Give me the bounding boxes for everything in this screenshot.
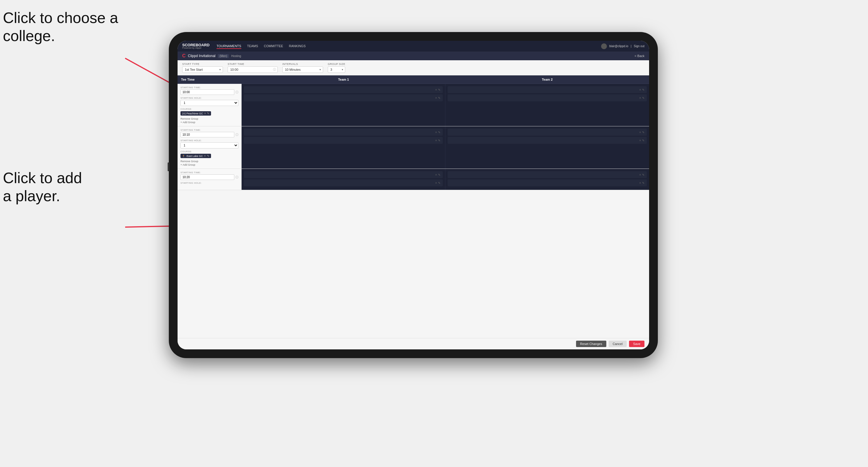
start-time-field: Start Time ⓘ bbox=[228, 63, 278, 73]
time-info-icon-1: ⓘ bbox=[236, 90, 238, 94]
player-slot-3-1[interactable]: × ✎ bbox=[244, 129, 443, 136]
starting-hole-label-2: STARTING HOLE: bbox=[181, 139, 238, 142]
cancel-button[interactable]: Cancel bbox=[609, 341, 627, 347]
player-slot-5-2[interactable]: × ✎ bbox=[244, 179, 443, 186]
table-header: Tee Time Team 1 Team 2 bbox=[178, 75, 649, 84]
slot-actions-1-1: × ✎ bbox=[435, 88, 440, 91]
slot-edit-btn-3-1[interactable]: ✎ bbox=[438, 131, 440, 134]
course-name-1[interactable]: (A) Peachtree GC bbox=[182, 112, 203, 115]
team1-cell-3: × ✎ × ✎ bbox=[242, 169, 445, 190]
tournament-badge: (Men) bbox=[218, 54, 229, 58]
add-group-1[interactable]: + Add Group bbox=[181, 121, 238, 124]
player-slot-3-2[interactable]: × ✎ bbox=[244, 137, 443, 144]
nav-rankings[interactable]: RANKINGS bbox=[289, 44, 306, 49]
start-time-input[interactable] bbox=[228, 66, 278, 73]
slot-x-btn-5-1[interactable]: × bbox=[435, 173, 437, 177]
app-header: SCOREBOARD Powered by clippd TOURNAMENTS… bbox=[178, 41, 649, 52]
tablet-side-button bbox=[168, 162, 169, 171]
slot-x-btn-4-1[interactable]: × bbox=[639, 131, 641, 134]
team2-cell-2: × ✎ × ✎ bbox=[445, 126, 649, 168]
slot-edit-btn-4-1[interactable]: ✎ bbox=[642, 131, 645, 134]
slot-edit-btn-1-2[interactable]: ✎ bbox=[438, 96, 440, 100]
team1-cell-1: × ✎ × ✎ bbox=[242, 84, 445, 126]
course-edit-2[interactable]: ✎ bbox=[207, 154, 209, 157]
tournament-name: Clippd Invitational bbox=[188, 54, 216, 58]
player-slot-4-2[interactable]: × ✎ bbox=[448, 137, 647, 144]
header-right: blair@clippd.io | Sign out bbox=[601, 43, 645, 49]
time-info-icon-3: ⓘ bbox=[236, 175, 238, 179]
add-group-2[interactable]: + Add Group bbox=[181, 163, 238, 166]
hole-select-1[interactable]: 1 bbox=[181, 100, 238, 106]
time-controls-3: STARTING TIME: ⓘ STARTING HOLE: bbox=[178, 169, 242, 190]
save-button[interactable]: Save bbox=[629, 341, 645, 347]
course-remove-2[interactable]: × bbox=[204, 154, 206, 157]
hole-select-2[interactable]: 1 bbox=[181, 143, 238, 149]
player-slot-4-1[interactable]: × ✎ bbox=[448, 129, 647, 136]
slot-edit-btn-1-1[interactable]: ✎ bbox=[438, 88, 440, 91]
player-slot-6-2[interactable]: × ✎ bbox=[448, 179, 647, 186]
scoreboard-logo: SCOREBOARD Powered by clippd bbox=[182, 43, 210, 49]
slot-actions-1-2: × ✎ bbox=[435, 96, 440, 100]
team2-cell-1: × ✎ × ✎ bbox=[445, 84, 649, 126]
slot-x-btn-5-2[interactable]: × bbox=[435, 181, 437, 185]
reset-button[interactable]: Reset Changes bbox=[576, 341, 606, 347]
slot-x-btn-3-1[interactable]: × bbox=[435, 131, 437, 134]
slot-edit-btn-3-2[interactable]: ✎ bbox=[438, 139, 440, 142]
slot-edit-btn-6-1[interactable]: ✎ bbox=[642, 173, 645, 177]
intervals-select[interactable]: 10 Minutes bbox=[282, 66, 323, 73]
time-input-2[interactable] bbox=[181, 132, 234, 137]
time-input-1[interactable] bbox=[181, 89, 234, 95]
hosting-badge: Hosting bbox=[231, 55, 241, 58]
course-name-2[interactable]: East Lake GC bbox=[187, 155, 203, 157]
back-button[interactable]: < Back bbox=[634, 54, 645, 58]
time-input-3[interactable] bbox=[181, 175, 234, 180]
slot-edit-btn-2-1[interactable]: ✎ bbox=[642, 88, 645, 91]
slot-actions-2-1: × ✎ bbox=[639, 88, 645, 91]
sub-header: C Clippd Invitational (Men) Hosting < Ba… bbox=[178, 52, 649, 60]
time-controls-2: STARTING TIME: ⓘ STARTING HOLE: 1 COURSE… bbox=[178, 126, 242, 168]
player-slot-2-2[interactable]: × ✎ bbox=[448, 94, 647, 101]
player-slot-6-1[interactable]: × ✎ bbox=[448, 171, 647, 178]
player-slot-1-2[interactable]: × ✎ bbox=[244, 94, 443, 101]
course-edit-1[interactable]: ✎ bbox=[207, 112, 209, 115]
slot-x-btn-2-1[interactable]: × bbox=[639, 88, 641, 91]
slot-edit-btn-5-1[interactable]: ✎ bbox=[438, 173, 440, 177]
slot-edit-btn-2-2[interactable]: ✎ bbox=[642, 96, 645, 100]
slot-x-btn-2-2[interactable]: × bbox=[639, 96, 641, 100]
slot-x-btn-6-1[interactable]: × bbox=[639, 173, 641, 177]
annotation-choose-college: Click to choose a college. bbox=[3, 9, 119, 45]
starting-hole-label-3: STARTING HOLE: bbox=[181, 182, 238, 184]
intervals-field: Intervals 10 Minutes bbox=[282, 63, 323, 73]
course-label-1: COURSE: bbox=[181, 108, 238, 110]
slot-x-btn-6-2[interactable]: × bbox=[639, 181, 641, 185]
slot-edit-btn-6-2[interactable]: ✎ bbox=[642, 181, 645, 185]
start-type-select[interactable]: 1st Tee Start bbox=[182, 66, 223, 73]
nav-committee[interactable]: COMMITTEE bbox=[264, 44, 283, 49]
tablet-screen: SCOREBOARD Powered by clippd TOURNAMENTS… bbox=[178, 41, 649, 349]
remove-group-1[interactable]: Remove Group bbox=[181, 117, 238, 120]
course-tag-2: 🏌 East Lake GC × ✎ bbox=[181, 154, 211, 158]
remove-group-2[interactable]: Remove Group bbox=[181, 160, 238, 163]
slot-x-btn-1-1[interactable]: × bbox=[435, 88, 437, 91]
slot-edit-btn-4-2[interactable]: ✎ bbox=[642, 139, 645, 142]
group-size-select[interactable]: 3 bbox=[328, 66, 345, 73]
player-slot-2-1[interactable]: × ✎ bbox=[448, 86, 647, 93]
group-size-select-wrapper: 3 bbox=[328, 66, 345, 73]
course-label-2: COURSE: bbox=[181, 150, 238, 153]
nav-teams[interactable]: TEAMS bbox=[247, 44, 258, 49]
slot-x-btn-3-2[interactable]: × bbox=[435, 139, 437, 142]
nav-tournaments[interactable]: TOURNAMENTS bbox=[217, 44, 241, 49]
slot-x-btn-4-2[interactable]: × bbox=[639, 139, 641, 142]
slot-edit-btn-5-2[interactable]: ✎ bbox=[438, 181, 440, 185]
player-slot-5-1[interactable]: × ✎ bbox=[244, 171, 443, 178]
nav-items: TOURNAMENTS TEAMS COMMITTEE RANKINGS bbox=[217, 44, 306, 49]
slot-x-btn-1-2[interactable]: × bbox=[435, 96, 437, 100]
course-remove-1[interactable]: × bbox=[204, 112, 206, 115]
starting-time-label-3: STARTING TIME: bbox=[181, 171, 238, 174]
th-team1: Team 1 bbox=[242, 75, 445, 84]
sign-out-link[interactable]: Sign out bbox=[634, 44, 645, 48]
group-size-field: Group Size 3 bbox=[328, 63, 345, 73]
player-slot-1-1[interactable]: × ✎ bbox=[244, 86, 443, 93]
slot-actions-2-2: × ✎ bbox=[639, 96, 645, 100]
time-input-row-1: ⓘ bbox=[181, 89, 238, 95]
